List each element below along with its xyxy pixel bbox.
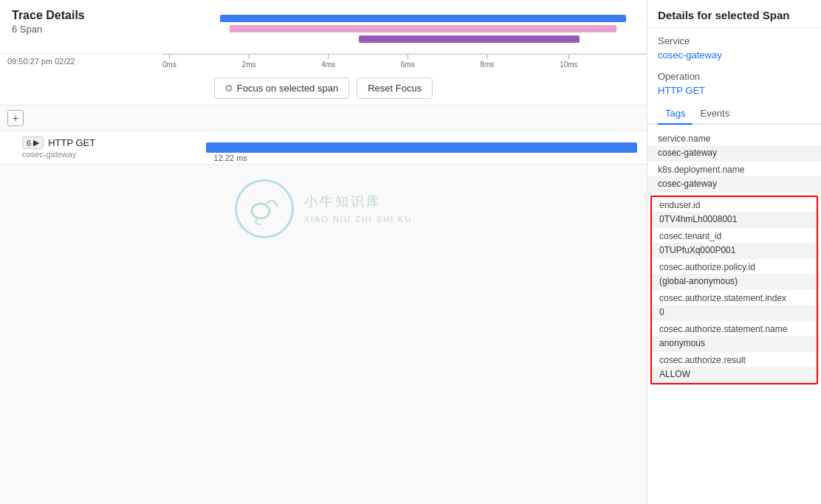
trace-subtitle: 6 Span: [12, 24, 174, 35]
summary-bar-purple-row: [174, 35, 635, 43]
bar-purple: [359, 35, 580, 43]
operation-label: Operation: [658, 71, 811, 82]
summary-bar-blue-row: [174, 15, 635, 22]
bar-pink: [230, 25, 616, 32]
add-span-button[interactable]: +: [7, 110, 24, 126]
tag-key: enduser.id: [652, 197, 817, 212]
tag-section: service.namecosec-gatewayk8s.deployment.…: [647, 125, 821, 387]
summary-bar-pink-row: [174, 25, 635, 32]
operation-section: Operation HTTP GET: [647, 63, 821, 99]
tag-value: 0: [652, 305, 817, 321]
ruler-ticks: 0ms2ms4ms6ms8ms10ms12.22ms: [162, 54, 647, 72]
filter-icon: ⌬: [225, 83, 233, 93]
right-panel-header: Details for selected Span: [647, 0, 821, 28]
tag-key: k8s.deployment.name: [647, 162, 821, 176]
focus-bar: ⌬ Focus on selected span Reset Focus: [0, 72, 647, 106]
tag-key: cosec.authorize.result: [652, 352, 817, 367]
watermark: 小牛知识库XIAO NIU ZHI SHI KU: [235, 179, 413, 238]
watermark-text: 小牛知识库XIAO NIU ZHI SHI KU: [304, 193, 413, 226]
ruler-row: 09:50:27 pm 02/22 0ms2ms4ms6ms8ms10ms12.…: [0, 54, 647, 72]
ruler-left-spacer: 09:50:27 pm 02/22: [0, 54, 162, 69]
tag-value: cosec-gateway: [647, 145, 821, 162]
service-value[interactable]: cosec-gateway: [658, 49, 811, 61]
reset-focus-button[interactable]: Reset Focus: [357, 77, 433, 99]
tag-value: cosec-gateway: [647, 176, 821, 193]
summary-bars: [174, 10, 635, 47]
watermark-logo: [235, 179, 294, 238]
tab-tags[interactable]: Tags: [658, 103, 693, 125]
span-service: cosec-gateway: [22, 150, 155, 159]
span-right: 12.22 ms: [162, 131, 647, 164]
bar-blue: [220, 15, 625, 22]
trace-header: Trace Details 6 Span: [0, 0, 647, 54]
service-section: Service cosec-gateway: [647, 28, 821, 63]
table-row[interactable]: 6 ▶ HTTP GET cosec-gateway 12.22 ms: [0, 131, 647, 165]
tick: 10ms: [560, 55, 577, 69]
tab-row: TagsEvents: [647, 103, 821, 125]
spans-area: + 6 ▶ HTTP GET cosec-gateway 12.: [0, 106, 647, 504]
span-left: 6 ▶ HTTP GET cosec-gateway: [0, 132, 162, 163]
tab-events[interactable]: Events: [693, 103, 737, 125]
tick: 6ms: [401, 55, 415, 69]
watermark-area: 小牛知识库XIAO NIU ZHI SHI KU: [0, 165, 647, 253]
span-duration: 12.22 ms: [214, 153, 247, 162]
tick: 0ms: [162, 55, 176, 69]
span-badge-row: 6 ▶ HTTP GET: [22, 137, 155, 149]
operation-value[interactable]: HTTP GET: [658, 85, 811, 96]
tag-key: cosec.authorize.statement.index: [652, 290, 817, 305]
tag-value: 0TV4hmLh0008001: [652, 212, 817, 228]
span-name: HTTP GET: [48, 137, 95, 148]
focus-btn-label: Focus on selected span: [237, 83, 338, 94]
tick: 4ms: [321, 55, 335, 69]
tick: 2ms: [242, 55, 256, 69]
span-count: 6: [27, 139, 31, 148]
add-row: +: [0, 106, 647, 131]
tag-value: 0TUPfuXq000P001: [652, 243, 817, 259]
timeline-datetime: 09:50:27 pm 02/22: [0, 54, 162, 69]
right-panel: Details for selected Span Service cosec-…: [647, 0, 821, 504]
tag-value: ALLOW: [652, 367, 817, 383]
trace-title: Trace Details: [12, 9, 174, 22]
tag-key: cosec.authorize.statement.name: [652, 321, 817, 336]
play-icon: ▶: [33, 138, 39, 148]
span-bar: [206, 142, 637, 153]
tag-value: (global-anonymous): [652, 274, 817, 290]
tag-value: anonymous: [652, 336, 817, 352]
reset-btn-label: Reset Focus: [368, 83, 422, 94]
tick: 8ms: [480, 55, 494, 69]
left-panel: Trace Details 6 Span: [0, 0, 647, 504]
svg-point-0: [252, 204, 269, 218]
focus-on-selected-button[interactable]: ⌬ Focus on selected span: [214, 77, 349, 99]
service-label: Service: [658, 35, 811, 46]
tag-key: cosec.tenant_id: [652, 228, 817, 243]
highlighted-tags-block: enduser.id0TV4hmLh0008001cosec.tenant_id…: [650, 196, 818, 384]
tag-key: service.name: [647, 131, 821, 145]
span-badge: 6 ▶: [22, 137, 44, 149]
tag-key: cosec.authorize.policy.id: [652, 259, 817, 274]
